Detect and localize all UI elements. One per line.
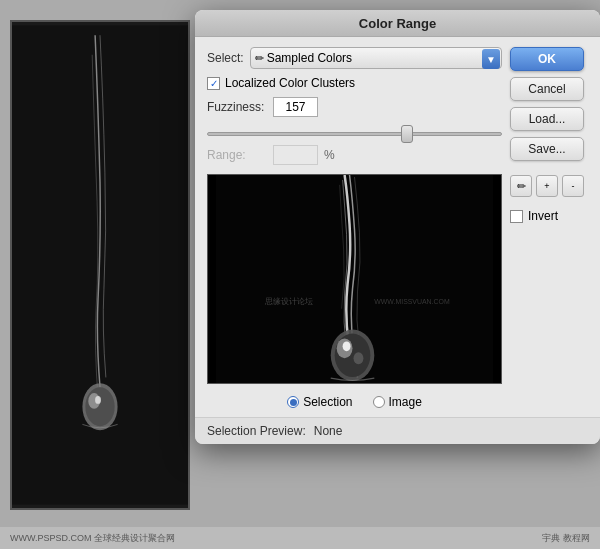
dropdown-arrow-icon[interactable]: ▼ (482, 49, 500, 69)
left-image-panel (10, 20, 190, 510)
select-row: Select: ✏ Sampled Colors ▼ (207, 47, 502, 69)
range-percent: % (324, 148, 335, 162)
selection-radio-button[interactable] (287, 396, 299, 408)
save-button[interactable]: Save... (510, 137, 584, 161)
svg-text:思缘设计论坛: 思缘设计论坛 (264, 297, 313, 306)
localized-label: Localized Color Clusters (225, 76, 355, 90)
load-button[interactable]: Load... (510, 107, 584, 131)
fuzziness-label: Fuzziness: (207, 100, 267, 114)
svg-point-2 (85, 387, 114, 426)
eyedropper-sample-button[interactable]: ✏ (510, 175, 532, 197)
selection-preview-label: Selection Preview: (207, 424, 306, 438)
range-row: Range: % (207, 145, 502, 165)
range-label: Range: (207, 148, 267, 162)
svg-point-9 (343, 341, 351, 351)
selection-preview-value: None (314, 424, 343, 438)
bottom-bar: Selection Preview: None (195, 417, 600, 444)
dialog-right-panel: OK Cancel Load... Save... ✏ + - Invert (510, 47, 590, 409)
cancel-button[interactable]: Cancel (510, 77, 584, 101)
localized-color-clusters-row[interactable]: ✓ Localized Color Clusters (207, 76, 502, 90)
svg-text:WWW.MISSVUAN.COM: WWW.MISSVUAN.COM (374, 298, 450, 305)
invert-checkbox[interactable] (510, 210, 523, 223)
bottom-watermark-bar: WWW.PSPSD.COM 全球经典设计聚合网 宇典 教程网 (0, 527, 600, 549)
localized-checkbox[interactable]: ✓ (207, 77, 220, 90)
fuzziness-row: Fuzziness: (207, 97, 502, 117)
select-dropdown[interactable]: ✏ Sampled Colors ▼ (250, 47, 502, 69)
watermark-left: WWW.PSPSD.COM 全球经典设计聚合网 (10, 532, 175, 545)
image-label: Image (389, 395, 422, 409)
fuzziness-slider-track[interactable] (207, 132, 502, 136)
image-radio-button[interactable] (373, 396, 385, 408)
invert-row[interactable]: Invert (510, 209, 590, 223)
ok-button[interactable]: OK (510, 47, 584, 71)
watermark-right: 宇典 教程网 (542, 532, 590, 545)
color-range-dialog: Color Range Select: ✏ Sampled Colors ▼ ✓… (195, 10, 600, 444)
image-radio[interactable]: Image (373, 395, 422, 409)
dialog-left-panel: Select: ✏ Sampled Colors ▼ ✓ Localized C… (207, 47, 502, 409)
svg-point-4 (95, 396, 101, 404)
selection-label: Selection (303, 395, 352, 409)
range-input[interactable] (273, 145, 318, 165)
invert-label: Invert (528, 209, 558, 223)
eyedropper-tools: ✏ + - (510, 175, 590, 197)
fuzziness-slider-container (207, 124, 502, 136)
fuzziness-input[interactable] (273, 97, 318, 117)
selection-radio[interactable]: Selection (287, 395, 352, 409)
eyedropper-icon: ✏ (255, 52, 264, 65)
select-label: Select: (207, 51, 244, 65)
eyedropper-add-button[interactable]: + (536, 175, 558, 197)
svg-point-10 (354, 352, 364, 364)
dialog-title: Color Range (195, 10, 600, 37)
eyedropper-remove-button[interactable]: - (562, 175, 584, 197)
select-value: Sampled Colors (267, 51, 479, 65)
preview-image: 思缘设计论坛 WWW.MISSVUAN.COM (207, 174, 502, 384)
radio-row: Selection Image (207, 395, 502, 409)
fuzziness-slider-thumb[interactable] (401, 125, 413, 143)
